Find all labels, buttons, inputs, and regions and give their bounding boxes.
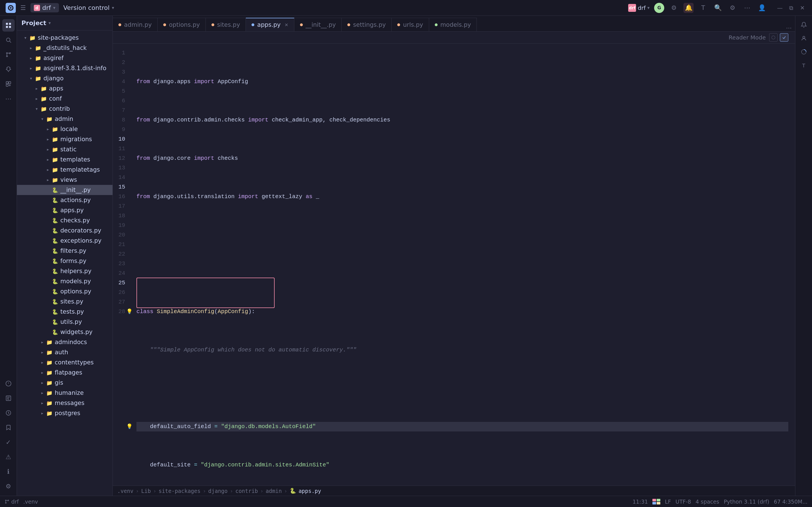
right-panel-color-icon[interactable] bbox=[798, 46, 809, 57]
tree-item-flatpages[interactable]: ▸ 📁 flatpages bbox=[17, 368, 112, 378]
tree-item-widgets[interactable]: ▸ 🐍 widgets.py bbox=[17, 327, 112, 337]
activity-warning-icon[interactable]: ⚠ bbox=[2, 451, 15, 463]
right-panel-notifications-icon[interactable] bbox=[798, 19, 809, 31]
search-icon-btn[interactable]: 🔍 bbox=[713, 3, 723, 13]
status-encoding[interactable]: UTF-8 bbox=[675, 499, 691, 505]
activity-debug-icon[interactable] bbox=[2, 63, 15, 75]
activity-more-icon[interactable]: ⋯ bbox=[2, 93, 15, 105]
activity-problems-icon[interactable] bbox=[2, 377, 15, 390]
settings-icon-btn[interactable]: ⚙ bbox=[669, 3, 679, 13]
tab-sites-py[interactable]: sites.py bbox=[206, 18, 246, 31]
tree-item-static[interactable]: ▸ 📁 static bbox=[17, 144, 112, 155]
activity-info-icon[interactable]: ℹ bbox=[2, 465, 15, 478]
ln-27: 27 bbox=[113, 297, 125, 307]
tree-item-gis[interactable]: ▸ 📁 gis bbox=[17, 378, 112, 388]
right-panel-translate-icon[interactable]: T bbox=[798, 60, 809, 71]
tree-item-filters[interactable]: ▸ 🐍 filters.py bbox=[17, 246, 112, 256]
tree-item-checks[interactable]: ▸ 🐍 checks.py bbox=[17, 215, 112, 225]
tree-item-distutils[interactable]: ▸ 📁 _distutils_hack bbox=[17, 43, 112, 53]
py-file-icon-models: 🐍 bbox=[52, 278, 58, 284]
tree-item-django[interactable]: ▾ 📁 django bbox=[17, 73, 112, 83]
translate-icon-btn[interactable]: T bbox=[698, 3, 708, 13]
tree-arrow-admin: ▾ bbox=[40, 117, 45, 121]
status-line-ending[interactable]: LF bbox=[665, 499, 671, 505]
tree-item-tests[interactable]: ▸ 🐍 tests.py bbox=[17, 306, 112, 317]
tab-models-py[interactable]: models.py bbox=[429, 18, 477, 31]
tab-urls-py[interactable]: urls.py bbox=[392, 18, 429, 31]
tab-init-py[interactable]: __init__.py bbox=[294, 18, 342, 31]
ln-24: 24 bbox=[113, 269, 125, 278]
tree-item-migrations[interactable]: ▸ 📁 migrations bbox=[17, 134, 112, 144]
users-icon-btn[interactable]: 👤 bbox=[757, 3, 767, 13]
tree-item-init-py[interactable]: ▸ 🐍 __init__.py bbox=[17, 185, 112, 195]
tab-options-py[interactable]: options.py bbox=[158, 18, 206, 31]
status-indent[interactable]: 4 spaces bbox=[696, 499, 719, 505]
preferences-icon-btn[interactable]: ⚙ bbox=[727, 3, 738, 13]
avatar[interactable]: G bbox=[654, 3, 664, 13]
activity-bookmark-icon[interactable] bbox=[2, 421, 15, 434]
code-token: default_site bbox=[137, 460, 194, 470]
tree-item-actions[interactable]: ▸ 🐍 actions.py bbox=[17, 195, 112, 205]
tree-item-sites[interactable]: ▸ 🐍 sites.py bbox=[17, 296, 112, 306]
activity-extensions-icon[interactable] bbox=[2, 78, 15, 90]
tree-item-apps[interactable]: ▸ 📁 apps bbox=[17, 83, 112, 94]
status-lf-text: LF bbox=[665, 499, 671, 505]
tree-item-auth[interactable]: ▸ 📁 auth bbox=[17, 347, 112, 357]
activity-search-icon[interactable] bbox=[2, 34, 15, 46]
activity-output-icon[interactable] bbox=[2, 392, 15, 404]
activity-clock-icon[interactable] bbox=[2, 407, 15, 419]
tree-item-apps-py[interactable]: ▸ 🐍 apps.py bbox=[17, 205, 112, 215]
right-panel-user-icon[interactable] bbox=[798, 33, 809, 44]
status-venv[interactable]: .venv bbox=[23, 499, 38, 505]
code-token: django.apps bbox=[150, 77, 194, 87]
more-icon-btn[interactable]: ⋯ bbox=[742, 3, 752, 13]
project-badge[interactable]: d drf ▾ bbox=[31, 3, 59, 12]
activity-git-icon[interactable] bbox=[2, 49, 15, 61]
tree-item-admin[interactable]: ▾ 📁 admin bbox=[17, 114, 112, 124]
reader-mode-circle-icon[interactable] bbox=[769, 33, 777, 42]
reader-mode-check-icon[interactable] bbox=[780, 33, 788, 42]
tab-more-icon[interactable]: ⋯ bbox=[786, 24, 792, 31]
tree-label-contrib: contrib bbox=[49, 105, 70, 112]
tree-item-forms[interactable]: ▸ 🐍 forms.py bbox=[17, 256, 112, 266]
status-python-version[interactable]: Python 3.11 (drf) bbox=[724, 499, 769, 505]
tree-item-asgiref[interactable]: ▸ 📁 asgiref bbox=[17, 53, 112, 63]
tree-item-models[interactable]: ▸ 🐍 models.py bbox=[17, 276, 112, 286]
tree-item-options[interactable]: ▸ 🐍 options.py bbox=[17, 286, 112, 296]
activity-check-icon[interactable]: ✓ bbox=[2, 436, 15, 448]
tab-admin-py[interactable]: admin.py bbox=[113, 18, 158, 31]
tree-item-contenttypes[interactable]: ▸ 📁 contenttypes bbox=[17, 357, 112, 368]
close-button[interactable]: ✕ bbox=[799, 4, 806, 12]
tree-item-decorators[interactable]: ▸ 🐍 decorators.py bbox=[17, 225, 112, 236]
tree-item-utils[interactable]: ▸ 🐍 utils.py bbox=[17, 317, 112, 327]
notification-icon-btn[interactable]: 🔔 bbox=[684, 3, 694, 13]
hamburger-menu[interactable]: ☰ bbox=[20, 4, 26, 11]
status-right-info-text: 67 4:350M... bbox=[774, 499, 808, 505]
tree-item-postgres[interactable]: ▸ 📁 postgres bbox=[17, 408, 112, 418]
tree-item-exceptions[interactable]: ▸ 🐍 exceptions.py bbox=[17, 236, 112, 246]
tree-item-helpers[interactable]: ▸ 🐍 helpers.py bbox=[17, 266, 112, 276]
tree-item-asgiref-dist[interactable]: ▸ 📁 asgiref-3.8.1.dist-info bbox=[17, 63, 112, 73]
tree-item-humanize[interactable]: ▸ 📁 humanize bbox=[17, 388, 112, 398]
tree-item-templatetags[interactable]: ▸ 📁 templatetags bbox=[17, 165, 112, 175]
tree-item-conf[interactable]: ▸ 📁 conf bbox=[17, 94, 112, 104]
tree-item-messages[interactable]: ▸ 📁 messages bbox=[17, 398, 112, 408]
tree-item-locale[interactable]: ▸ 📁 locale bbox=[17, 124, 112, 134]
tree-item-admindocs[interactable]: ▸ 📁 admindocs bbox=[17, 337, 112, 347]
tree-item-templates[interactable]: ▸ 📁 templates bbox=[17, 155, 112, 165]
code-editor[interactable]: 1 2 3 4 5 6 7 8 9 10 11 12 13 14 15 16 1 bbox=[113, 44, 795, 486]
activity-explorer-icon[interactable] bbox=[2, 19, 15, 32]
drf-badge[interactable]: drf drf ▾ bbox=[628, 4, 650, 12]
tab-settings-py[interactable]: settings.py bbox=[342, 18, 392, 31]
tab-close-apps[interactable]: ✕ bbox=[284, 22, 288, 27]
activity-config-icon[interactable]: ⚙ bbox=[2, 480, 15, 492]
version-control-label[interactable]: Version control ▾ bbox=[63, 4, 114, 11]
tab-apps-py[interactable]: apps.py ✕ bbox=[246, 18, 294, 31]
tree-item-views[interactable]: ▸ 📁 views bbox=[17, 175, 112, 185]
tree-item-site-packages[interactable]: ▾ 📁 site-packages bbox=[17, 33, 112, 43]
code-token: "django.db.models.AutoField" bbox=[221, 422, 316, 432]
restore-button[interactable]: ⧉ bbox=[787, 4, 795, 12]
tree-item-contrib[interactable]: ▾ 📁 contrib bbox=[17, 104, 112, 114]
status-branch[interactable]: drf bbox=[4, 499, 19, 505]
minimize-button[interactable]: — bbox=[776, 4, 784, 12]
